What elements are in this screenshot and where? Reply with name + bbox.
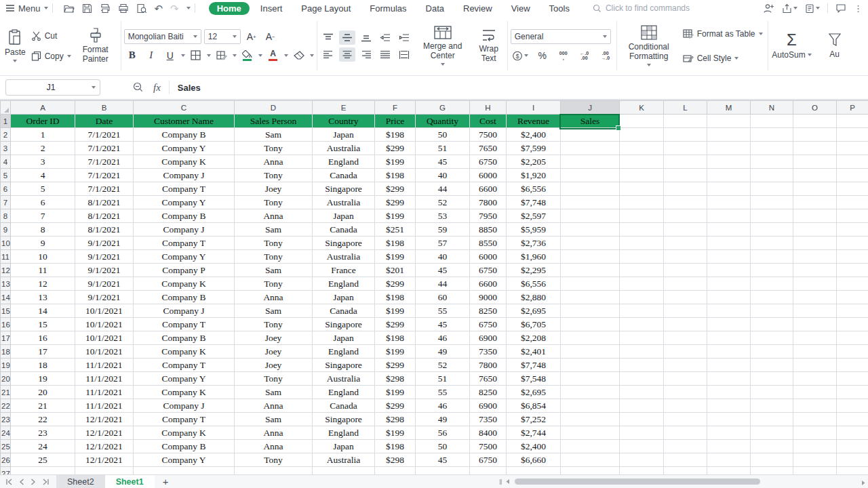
fill-color-button[interactable]: [239, 48, 256, 62]
row-header-14[interactable]: 14: [1, 291, 11, 304]
cell-F4[interactable]: $199: [375, 155, 416, 169]
cell-F10[interactable]: $198: [375, 237, 416, 250]
cell-F27[interactable]: [375, 467, 416, 475]
cell-M16[interactable]: [707, 318, 751, 331]
cell-I26[interactable]: $6,660: [507, 453, 561, 467]
cell-J18[interactable]: [561, 345, 620, 359]
cell-B27[interactable]: [75, 467, 134, 475]
cell-I21[interactable]: $2,695: [507, 386, 561, 399]
cell-D2[interactable]: Sam: [235, 128, 313, 142]
column-header-P[interactable]: P: [837, 101, 868, 115]
cell-O19[interactable]: [793, 359, 837, 372]
cell-N10[interactable]: [751, 237, 793, 250]
cell-K15[interactable]: [620, 304, 664, 318]
cell-G15[interactable]: 55: [416, 304, 470, 318]
cell-L22[interactable]: [664, 399, 707, 413]
row-header-16[interactable]: 16: [1, 318, 11, 331]
cell-K11[interactable]: [620, 250, 664, 264]
tab-tools[interactable]: Tools: [541, 2, 578, 15]
borders-button[interactable]: [188, 48, 204, 62]
cell-H18[interactable]: 7350: [470, 345, 507, 359]
tab-page-layout[interactable]: Page Layout: [293, 2, 359, 15]
cell-J27[interactable]: [561, 467, 620, 475]
cell-B11[interactable]: 9/1/2021: [75, 250, 134, 264]
cell-G18[interactable]: 49: [416, 345, 470, 359]
cell-B5[interactable]: 7/1/2021: [75, 169, 134, 182]
cell-I20[interactable]: $7,548: [507, 372, 561, 386]
cell-N12[interactable]: [751, 264, 793, 277]
cell-O18[interactable]: [793, 345, 837, 359]
paste-button[interactable]: Paste: [1, 20, 29, 73]
row-header-13[interactable]: 13: [1, 277, 11, 291]
cell-E3[interactable]: Australia: [313, 142, 375, 155]
cell-O13[interactable]: [793, 277, 837, 291]
cell-N4[interactable]: [751, 155, 793, 169]
cell-H3[interactable]: 7650: [470, 142, 507, 155]
cell-C15[interactable]: Company J: [134, 304, 235, 318]
cell-P17[interactable]: [837, 331, 868, 345]
cell-H6[interactable]: 6600: [470, 182, 507, 196]
cell-M5[interactable]: [707, 169, 751, 182]
cell-F22[interactable]: $299: [375, 399, 416, 413]
cell-D19[interactable]: Joey: [235, 359, 313, 372]
cell-O16[interactable]: [793, 318, 837, 331]
cell-F13[interactable]: $299: [375, 277, 416, 291]
column-header-L[interactable]: L: [664, 101, 707, 115]
cell-O9[interactable]: [793, 223, 837, 237]
cell-K9[interactable]: [620, 223, 664, 237]
cell-M24[interactable]: [707, 426, 751, 440]
row-header-6[interactable]: 6: [1, 182, 11, 196]
cell-E6[interactable]: Singapore: [313, 182, 375, 196]
cell-J23[interactable]: [561, 413, 620, 426]
cell-L20[interactable]: [664, 372, 707, 386]
cell-O7[interactable]: [793, 196, 837, 209]
cell-M17[interactable]: [707, 331, 751, 345]
cell-N15[interactable]: [751, 304, 793, 318]
column-header-A[interactable]: A: [11, 101, 75, 115]
column-header-M[interactable]: M: [707, 101, 751, 115]
open-file-icon[interactable]: [64, 3, 75, 14]
cell-F8[interactable]: $199: [375, 209, 416, 223]
cell-F19[interactable]: $299: [375, 359, 416, 372]
cell-E4[interactable]: England: [313, 155, 375, 169]
cell-I9[interactable]: $5,959: [507, 223, 561, 237]
cell-C16[interactable]: Company T: [134, 318, 235, 331]
cell-P1[interactable]: [837, 115, 868, 128]
cell-L7[interactable]: [664, 196, 707, 209]
cell-P11[interactable]: [837, 250, 868, 264]
cell-G9[interactable]: 59: [416, 223, 470, 237]
cell-E13[interactable]: England: [313, 277, 375, 291]
prev-sheet-icon[interactable]: [19, 479, 24, 485]
cell-O27[interactable]: [793, 467, 837, 475]
cell-N21[interactable]: [751, 386, 793, 399]
share-button[interactable]: [782, 3, 797, 14]
cell-A17[interactable]: 16: [11, 331, 75, 345]
cell-P25[interactable]: [837, 440, 868, 453]
cell-I4[interactable]: $2,205: [507, 155, 561, 169]
save-icon[interactable]: [82, 3, 92, 14]
underline-button[interactable]: U: [162, 48, 178, 62]
cell-H16[interactable]: 6750: [470, 318, 507, 331]
customize-toolbar-icon[interactable]: [186, 7, 191, 9]
row-header-23[interactable]: 23: [1, 413, 11, 426]
cell-H2[interactable]: 7500: [470, 128, 507, 142]
cell-E27[interactable]: [313, 467, 375, 475]
cell-B7[interactable]: 8/1/2021: [75, 196, 134, 209]
cell-K16[interactable]: [620, 318, 664, 331]
cell-K25[interactable]: [620, 440, 664, 453]
column-header-D[interactable]: D: [235, 101, 313, 115]
cell-I25[interactable]: $2,400: [507, 440, 561, 453]
column-header-I[interactable]: I: [507, 101, 561, 115]
cell-H20[interactable]: 7650: [470, 372, 507, 386]
cell-E23[interactable]: Singapore: [313, 413, 375, 426]
cell-A5[interactable]: 4: [11, 169, 75, 182]
cell-D23[interactable]: Sam: [235, 413, 313, 426]
cut-button[interactable]: Cut: [29, 27, 73, 45]
cell-L12[interactable]: [664, 264, 707, 277]
cell-L4[interactable]: [664, 155, 707, 169]
tab-data[interactable]: Data: [418, 2, 452, 15]
column-header-G[interactable]: G: [416, 101, 470, 115]
sheet-tab-sheet2[interactable]: Sheet2: [56, 475, 105, 488]
cell-M9[interactable]: [707, 223, 751, 237]
cell-J13[interactable]: [561, 277, 620, 291]
